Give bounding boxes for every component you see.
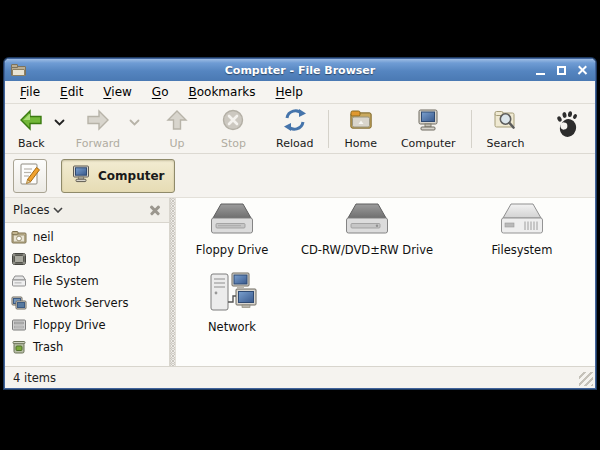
maximize-button[interactable]	[555, 64, 568, 77]
chevron-down-icon	[53, 207, 63, 213]
icon-view[interactable]: Floppy Drive CD-RW/DVD±RW Drive	[176, 198, 595, 366]
menu-view[interactable]: View	[94, 82, 140, 102]
back-arrow-icon	[18, 108, 44, 136]
toolbar-separator	[471, 110, 472, 148]
search-icon	[492, 108, 518, 136]
computer-icon	[72, 165, 92, 187]
filesystem-icon	[11, 274, 27, 288]
resize-grip[interactable]	[579, 372, 593, 386]
sidebar-close-button[interactable]	[149, 204, 161, 216]
place-desktop[interactable]: Desktop	[5, 248, 169, 270]
item-network[interactable]: Network	[176, 272, 288, 334]
close-button[interactable]	[576, 64, 589, 77]
location-bar: Computer	[5, 154, 595, 198]
place-home[interactable]: neil	[5, 226, 169, 248]
toolbar-separator	[328, 110, 329, 148]
forward-arrow-icon	[85, 108, 111, 136]
forward-button: Forward	[69, 106, 127, 152]
floppy-drive-icon	[206, 201, 258, 239]
place-trash[interactable]: Trash	[5, 336, 169, 358]
item-filesystem[interactable]: Filesystem	[466, 201, 578, 257]
menu-file[interactable]: File	[11, 82, 49, 102]
floppy-drive-icon	[11, 318, 27, 332]
reload-button[interactable]: Reload	[269, 106, 320, 152]
computer-button[interactable]: Computer	[394, 106, 463, 152]
menu-edit[interactable]: Edit	[51, 82, 92, 102]
menu-go[interactable]: Go	[143, 82, 178, 102]
screen: Computer - File Browser File Edit View G…	[0, 0, 600, 450]
up-arrow-icon	[165, 108, 189, 136]
sidebar-header: Places	[5, 198, 169, 223]
item-floppy-drive[interactable]: Floppy Drive	[176, 201, 288, 257]
gnome-throbber-icon	[555, 110, 589, 148]
toggle-location-entry-button[interactable]	[13, 159, 47, 193]
titlebar[interactable]: Computer - File Browser	[5, 59, 595, 81]
content-area: Places neil	[5, 198, 595, 366]
places-list: neil Desktop	[5, 223, 169, 358]
file-browser-window: Computer - File Browser File Edit View G…	[4, 58, 596, 389]
menubar: File Edit View Go Bookmarks Help	[5, 81, 595, 104]
item-optical-drive[interactable]: CD-RW/DVD±RW Drive	[292, 201, 442, 257]
edit-location-icon	[19, 162, 41, 190]
place-network-servers[interactable]: Network Servers	[5, 292, 169, 314]
reload-icon	[282, 108, 308, 136]
statusbar: 4 items	[5, 366, 595, 388]
item-count: 4 items	[13, 371, 56, 385]
back-button[interactable]: Back	[11, 106, 52, 152]
hard-disk-icon	[496, 201, 548, 239]
place-file-system[interactable]: File System	[5, 270, 169, 292]
menu-help[interactable]: Help	[267, 82, 312, 102]
window-title: Computer - File Browser	[5, 64, 595, 77]
sidebar-view-selector[interactable]: Places	[13, 203, 63, 217]
desktop-icon	[11, 252, 27, 266]
up-button: Up	[158, 106, 196, 152]
place-floppy-drive[interactable]: Floppy Drive	[5, 314, 169, 336]
trash-icon	[11, 340, 27, 354]
path-computer-button[interactable]: Computer	[61, 159, 175, 193]
stop-button: Stop	[214, 106, 253, 152]
network-servers-icon	[11, 296, 27, 310]
network-icon	[206, 272, 258, 316]
computer-icon	[415, 108, 441, 136]
home-folder-icon	[348, 108, 374, 136]
stop-icon	[221, 108, 245, 136]
menu-bookmarks[interactable]: Bookmarks	[179, 82, 264, 102]
optical-drive-icon	[341, 201, 393, 239]
minimize-button[interactable]	[534, 64, 547, 77]
home-button[interactable]: Home	[337, 106, 383, 152]
search-button[interactable]: Search	[480, 106, 532, 152]
forward-history-dropdown	[127, 119, 144, 138]
home-folder-icon	[11, 230, 27, 244]
back-history-dropdown[interactable]	[52, 119, 69, 138]
toolbar: Back Forward Up	[5, 104, 595, 154]
places-sidebar: Places neil	[5, 198, 170, 366]
